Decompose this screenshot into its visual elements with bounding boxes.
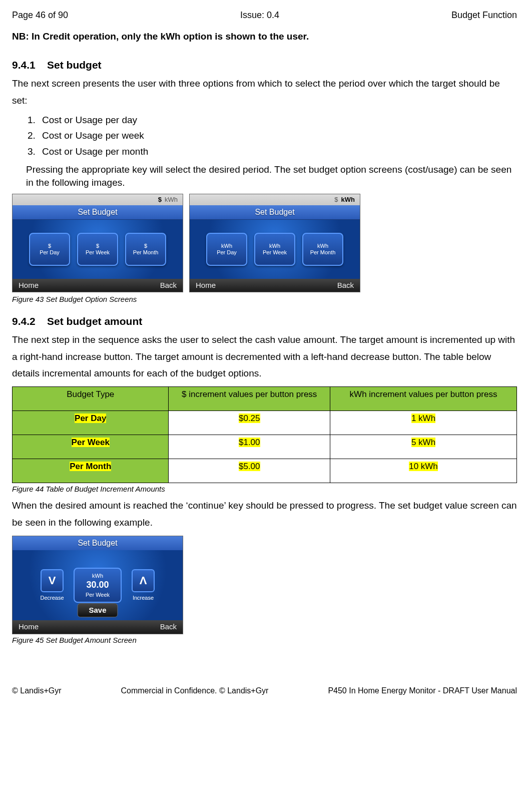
cell-kwh: 10 kWh — [330, 459, 517, 483]
tile-line2: Per Month — [310, 249, 336, 256]
page-footer: © Landis+Gyr Commercial in Confidence. ©… — [12, 685, 517, 696]
tile-line1: $ — [144, 243, 147, 249]
decrease-button[interactable]: V Decrease — [40, 569, 65, 602]
device-set-budget-amount: Set Budget V Decrease kWh 30.00 Per Week… — [12, 536, 183, 634]
device-title: Set Budget — [190, 205, 360, 220]
figure-45-caption: Figure 45 Set Budget Amount Screen — [12, 635, 517, 645]
tile-line2: Per Week — [263, 249, 287, 256]
table-row: Per Month $5.00 10 kWh — [13, 459, 517, 483]
tile-per-day[interactable]: $ Per Day — [29, 233, 70, 266]
home-button[interactable]: Home — [196, 280, 216, 290]
heading-title: Set budget — [47, 59, 102, 71]
tile-line1: $ — [48, 243, 51, 249]
after-table-text: When the desired amount is reached the ‘… — [12, 497, 517, 531]
heading-number: 9.4.2 — [12, 315, 36, 327]
header-issue: Issue: 0.4 — [240, 9, 279, 21]
period-options-list: Cost or Usage per day Cost or Usage per … — [12, 114, 517, 158]
amount-tile: kWh 30.00 Per Week — [74, 568, 122, 603]
topbar-opt-dollar[interactable]: $ — [334, 195, 338, 204]
device-topbar: $ kWh — [190, 194, 360, 205]
increase-button[interactable]: Λ Increase — [131, 569, 156, 602]
device-bottom-bar: Home Back — [190, 279, 360, 292]
tile-line2: Per Week — [86, 249, 110, 256]
amount-value: 30.00 — [86, 579, 109, 591]
figure-44-caption: Figure 44 Table of Budget Increment Amou… — [12, 484, 517, 494]
cell-kwh: 5 kWh — [330, 435, 517, 459]
device-set-budget-kwh: $ kWh Set Budget kWh Per Day kWh Per Wee… — [189, 194, 360, 292]
tile-line2: Per Month — [133, 249, 159, 256]
back-button[interactable]: Back — [160, 622, 177, 632]
device-title: Set Budget — [13, 536, 183, 550]
heading-9-4-1: 9.4.1 Set budget — [12, 58, 517, 72]
table-header-row: Budget Type $ increment values per butto… — [13, 387, 517, 411]
increase-label: Increase — [131, 594, 156, 602]
device-bottom-bar: Home Back — [13, 620, 183, 634]
cell-budget-type: Per Week — [13, 435, 169, 459]
topbar-opt-dollar[interactable]: $ — [158, 195, 162, 204]
home-button[interactable]: Home — [19, 280, 39, 290]
tile-line2: Per Day — [40, 249, 60, 256]
device-body: kWh Per Day kWh Per Week kWh Per Month — [190, 220, 360, 279]
th-budget-type: Budget Type — [13, 387, 169, 411]
tile-per-day[interactable]: kWh Per Day — [206, 233, 247, 266]
nb-note: NB: In Credit operation, only the kWh op… — [12, 30, 517, 43]
device-title: Set Budget — [13, 205, 183, 220]
back-button[interactable]: Back — [160, 280, 177, 290]
set-budget-screens-row: $ kWh Set Budget $ Per Day $ Per Week $ … — [12, 194, 517, 292]
back-button[interactable]: Back — [337, 280, 354, 290]
tile-per-week[interactable]: kWh Per Week — [254, 233, 295, 266]
device-set-budget-cost: $ kWh Set Budget $ Per Day $ Per Week $ … — [12, 194, 183, 292]
topbar-opt-kwh[interactable]: kWh — [165, 195, 178, 204]
cell-kwh: 1 kWh — [330, 411, 517, 435]
topbar-opt-kwh[interactable]: kWh — [341, 195, 355, 204]
save-button[interactable]: Save — [77, 603, 118, 617]
footer-right: P450 In Home Energy Monitor - DRAFT User… — [328, 685, 517, 696]
tile-per-month[interactable]: kWh Per Month — [302, 233, 343, 266]
header-page: Page 46 of 90 — [12, 9, 68, 21]
table-row: Per Week $1.00 5 kWh — [13, 435, 517, 459]
list-item: Cost or Usage per month — [38, 145, 517, 158]
chevron-up-icon: Λ — [132, 569, 155, 592]
list-item: Cost or Usage per day — [38, 114, 517, 127]
tile-line1: kWh — [317, 243, 328, 249]
footer-left: © Landis+Gyr — [12, 685, 62, 696]
sec941-intro: The next screen presents the user with t… — [12, 75, 517, 109]
tile-per-week[interactable]: $ Per Week — [77, 233, 118, 266]
tile-line1: kWh — [269, 243, 280, 249]
cell-budget-type: Per Day — [13, 411, 169, 435]
device-bottom-bar: Home Back — [13, 279, 183, 292]
sec941-after: Pressing the appropriate key will select… — [26, 163, 517, 190]
chevron-down-icon: V — [41, 569, 64, 592]
figure-43-caption: Figure 43 Set Budget Option Screens — [12, 294, 517, 304]
th-dollar-increment: $ increment values per button press — [169, 387, 330, 411]
device-topbar: $ kWh — [13, 194, 183, 205]
device-body: V Decrease kWh 30.00 Per Week Λ Increase… — [13, 550, 183, 620]
sec942-p1: The next step in the sequence asks the u… — [12, 331, 517, 381]
page-header: Page 46 of 90 Issue: 0.4 Budget Function — [12, 9, 517, 21]
cell-dollar: $1.00 — [169, 435, 330, 459]
tile-line2: Per Day — [217, 249, 237, 256]
tile-line1: kWh — [221, 243, 232, 249]
heading-title: Set budget amount — [47, 315, 142, 327]
budget-increments-table: Budget Type $ increment values per butto… — [12, 386, 517, 483]
amount-unit-top: kWh — [92, 572, 103, 579]
home-button[interactable]: Home — [19, 622, 39, 632]
cell-dollar: $5.00 — [169, 459, 330, 483]
header-section: Budget Function — [451, 9, 517, 21]
device-body: $ Per Day $ Per Week $ Per Month — [13, 220, 183, 279]
list-item: Cost or Usage per week — [38, 129, 517, 142]
table-row: Per Day $0.25 1 kWh — [13, 411, 517, 435]
tile-line1: $ — [96, 243, 99, 249]
th-kwh-increment: kWh increment values per button press — [330, 387, 517, 411]
heading-9-4-2: 9.4.2 Set budget amount — [12, 314, 517, 328]
amount-unit-bottom: Per Week — [86, 591, 110, 598]
cell-budget-type: Per Month — [13, 459, 169, 483]
cell-dollar: $0.25 — [169, 411, 330, 435]
decrease-label: Decrease — [40, 594, 65, 602]
heading-number: 9.4.1 — [12, 59, 36, 71]
tile-per-month[interactable]: $ Per Month — [125, 233, 166, 266]
footer-center: Commercial in Confidence. © Landis+Gyr — [121, 685, 268, 696]
